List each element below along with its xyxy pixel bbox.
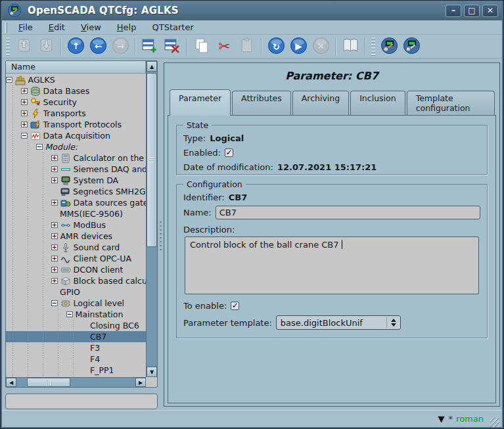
tree-item-system-da[interactable]: +System DA bbox=[6, 175, 146, 186]
tree-indent-guide bbox=[51, 365, 66, 376]
tree-item-data-sources-gate[interactable]: +Data sources gate bbox=[6, 197, 146, 208]
tree-item-transport-protocols[interactable]: +Transport Protocols bbox=[6, 119, 146, 130]
tree-item-data-bases[interactable]: +Data Bases bbox=[6, 85, 146, 97]
close-button[interactable]: ✕ bbox=[482, 5, 498, 17]
to-enable-checkbox[interactable]: ✓ bbox=[231, 302, 239, 310]
enabled-checkbox[interactable]: ✓ bbox=[225, 148, 233, 157]
tab-archiving[interactable]: Archiving bbox=[292, 91, 349, 115]
collapse-icon[interactable]: − bbox=[66, 311, 73, 317]
expand-icon[interactable]: + bbox=[51, 233, 58, 239]
current-user[interactable]: roman bbox=[456, 414, 484, 424]
tree-item-cb7[interactable]: CB7 bbox=[6, 331, 146, 342]
expand-icon[interactable]: + bbox=[51, 244, 58, 250]
tab-template-configuration[interactable]: Template configuration bbox=[407, 91, 495, 115]
expand-icon[interactable]: + bbox=[51, 200, 58, 206]
menu-file[interactable]: File bbox=[12, 21, 39, 34]
tree-header[interactable]: Name bbox=[6, 61, 146, 74]
resize-grip[interactable] bbox=[490, 418, 499, 427]
tree-item-dcon-client[interactable]: +DCON client bbox=[6, 264, 146, 275]
tree-item-segnetics-smh2g[interactable]: Segnetics SMH2G bbox=[6, 186, 146, 197]
panel-splitter[interactable] bbox=[158, 60, 164, 410]
expand-icon[interactable]: + bbox=[51, 278, 58, 284]
vision-button[interactable] bbox=[400, 37, 423, 56]
tree-item-amr-devices[interactable]: +AMR devices bbox=[6, 231, 146, 242]
tree-item-label: Logical level bbox=[74, 298, 125, 308]
parameter-template-select[interactable]: base.digitBlockUnif bbox=[276, 315, 401, 330]
start-button[interactable]: ▶ bbox=[287, 37, 309, 56]
tab-inclusion[interactable]: Inclusion bbox=[350, 91, 405, 115]
tree-indent-guide bbox=[21, 286, 36, 298]
toolbar-handle[interactable] bbox=[371, 37, 375, 56]
tree-indent-guide bbox=[21, 365, 36, 376]
expand-icon[interactable]: + bbox=[51, 177, 58, 183]
expand-icon[interactable]: + bbox=[51, 222, 58, 228]
tab-parameter[interactable]: Parameter bbox=[170, 89, 231, 116]
vertical-scroll-thumb[interactable] bbox=[147, 73, 157, 247]
expand-icon[interactable]: + bbox=[51, 256, 58, 261]
menu-edit[interactable]: Edit bbox=[43, 21, 71, 34]
tray-arrow-icon[interactable]: ▼ bbox=[438, 414, 445, 424]
tree-filter-input[interactable] bbox=[5, 394, 158, 409]
expand-icon[interactable]: + bbox=[21, 99, 28, 105]
manual-button[interactable] bbox=[339, 37, 361, 56]
tab-attributes[interactable]: Attributes bbox=[232, 91, 291, 115]
tree-item-siemens-daq-and[interactable]: +Siemens DAQ and bbox=[6, 164, 146, 175]
tree-item-gpio[interactable]: GPIO bbox=[6, 286, 146, 298]
collapse-icon[interactable]: − bbox=[51, 300, 58, 306]
tree-vertical-scrollbar[interactable]: ▲ ▼ bbox=[146, 61, 157, 377]
collapse-icon[interactable]: − bbox=[36, 144, 43, 150]
expand-icon[interactable]: + bbox=[21, 122, 28, 127]
tree-item-mms-iec-9506[interactable]: MMS(IEC-9506) bbox=[6, 208, 146, 219]
collapse-icon[interactable]: − bbox=[21, 133, 28, 139]
expand-icon[interactable]: + bbox=[21, 110, 28, 116]
name-input[interactable] bbox=[216, 206, 480, 219]
tree-item-modbus[interactable]: +ModBus bbox=[6, 219, 146, 231]
tree-item-closing-bc6[interactable]: Closing BC6 bbox=[6, 320, 146, 331]
tree-horizontal-scrollbar[interactable]: ◀ ▶ bbox=[6, 377, 146, 387]
back-button[interactable]: ← bbox=[87, 37, 109, 56]
tree-item-f3[interactable]: F3 bbox=[6, 342, 146, 353]
tree-item-logical-level[interactable]: −Logical level bbox=[6, 298, 146, 309]
expand-icon[interactable]: + bbox=[21, 88, 28, 94]
qtcfg-button[interactable] bbox=[378, 37, 400, 56]
scroll-down-button[interactable]: ▼ bbox=[147, 367, 157, 377]
titlebar[interactable]: OpenSCADA QTCfg: AGLKS – □ ✕ bbox=[2, 1, 502, 20]
expand-icon[interactable]: + bbox=[51, 166, 58, 172]
scroll-left-button[interactable]: ◀ bbox=[6, 378, 16, 387]
tree-item-transports[interactable]: +Transports bbox=[6, 108, 146, 119]
add-item-button[interactable] bbox=[139, 37, 161, 56]
up-icon: ↑ bbox=[67, 37, 85, 56]
scroll-right-button[interactable]: ▶ bbox=[135, 378, 146, 387]
up-button[interactable]: ↑ bbox=[64, 37, 87, 56]
refresh-button[interactable]: ↻ bbox=[265, 37, 287, 56]
tree-item-sound-card[interactable]: +Sound card bbox=[6, 242, 146, 253]
delete-item-button[interactable] bbox=[161, 37, 183, 56]
copy-button[interactable] bbox=[191, 37, 213, 56]
scroll-up-button[interactable]: ▲ bbox=[147, 61, 157, 72]
tree-item-f4[interactable]: F4 bbox=[6, 353, 146, 365]
calc-icon bbox=[60, 153, 71, 164]
tree-item-f-pp1[interactable]: F_PP1 bbox=[6, 365, 146, 376]
toolbar-handle[interactable] bbox=[6, 37, 10, 56]
collapse-icon[interactable]: − bbox=[6, 77, 12, 83]
tree-item-data-acquisition[interactable]: −Data Acquisition bbox=[6, 130, 146, 141]
tree-item-module[interactable]: −Module: bbox=[6, 141, 146, 152]
tree-item-client-opc-ua[interactable]: +Client OPC-UA bbox=[6, 253, 146, 264]
minimize-button[interactable]: – bbox=[446, 5, 461, 17]
tree-item-label: CB7 bbox=[90, 332, 106, 342]
tree-item-security[interactable]: +Security bbox=[6, 97, 146, 108]
menubar-handle[interactable] bbox=[5, 22, 7, 33]
menu-view[interactable]: View bbox=[75, 21, 107, 34]
tree-item-block-based-calcu[interactable]: +Block based calcu bbox=[6, 275, 146, 286]
expand-icon[interactable]: + bbox=[51, 267, 58, 273]
menu-help[interactable]: Help bbox=[111, 21, 143, 34]
tree-item-aglks[interactable]: −AGLKS bbox=[6, 74, 146, 85]
maximize-button[interactable]: □ bbox=[464, 5, 480, 17]
cut-button[interactable]: ✂ bbox=[213, 37, 235, 56]
tree-item-calculator-on-the[interactable]: +Calculator on the bbox=[6, 152, 146, 164]
description-textarea[interactable]: Control block of the ball crane CB7 bbox=[185, 237, 479, 294]
horizontal-scroll-thumb[interactable] bbox=[27, 378, 70, 387]
menu-qtstarter[interactable]: QTStarter bbox=[146, 21, 199, 34]
expand-icon[interactable]: + bbox=[51, 155, 58, 161]
tree-item-mainstation[interactable]: −Mainstation bbox=[6, 309, 146, 320]
